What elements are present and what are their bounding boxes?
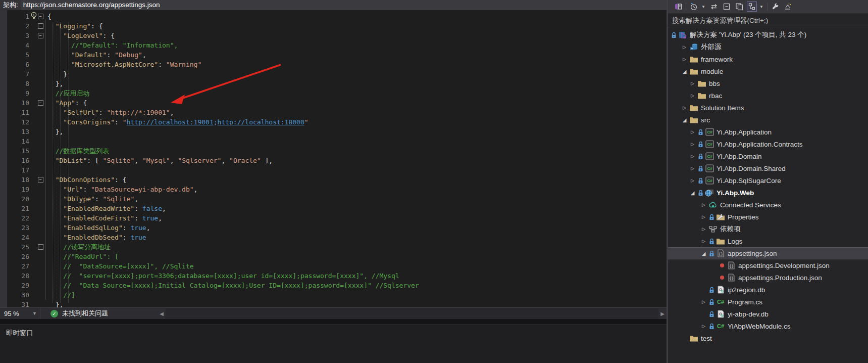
tree-item-logs[interactable]: ▷Logs [668, 235, 868, 247]
code-line-2[interactable]: 2− "Logging": { [0, 21, 667, 31]
code-line-19[interactable]: 19 "Url": "DataSource=yi-abp-dev.db", [0, 185, 667, 194]
code-line-10[interactable]: 10− "App": { [0, 98, 667, 108]
code-line-15[interactable]: 15 //数据库类型列表 [0, 146, 667, 156]
tree-item-appsettings-production-json[interactable]: {}appsettings.Production.json [668, 271, 868, 284]
tree-item-yi-abp-domain-shared[interactable]: ▷C#Yi.Abp.Domain.Shared [668, 162, 868, 174]
expand-arrow-icon[interactable]: ▷ [680, 105, 689, 110]
expand-arrow-icon[interactable]: ▷ [688, 166, 697, 171]
tree-item-module[interactable]: ◢module [668, 65, 868, 77]
properties-pages-icon[interactable] [734, 2, 744, 12]
expand-arrow-icon[interactable]: ▷ [699, 324, 708, 329]
tree-item-解决方案-yi-abp-23-个项目-共-23-个[interactable]: 解决方案 'Yi.Abp' (23 个项目, 共 23 个) [668, 29, 868, 41]
chevron-down-icon[interactable]: ▼ [701, 5, 706, 9]
expand-arrow-icon[interactable]: ▷ [688, 142, 697, 147]
immediate-window-panel[interactable]: 即时窗口 [0, 325, 667, 363]
sync-with-active-document-icon[interactable] [709, 2, 719, 12]
expand-arrow-icon[interactable]: ▷ [680, 57, 689, 62]
code-line-31[interactable]: 31 }, [0, 300, 667, 307]
fold-toggle[interactable]: − [33, 21, 47, 31]
code-line-13[interactable]: 13 }, [0, 127, 667, 137]
code-line-27[interactable]: 27 // "DataSource=[xxxx]", //Sqlite [0, 261, 667, 271]
preview-selected-items-icon[interactable] [783, 2, 793, 12]
tree-item-依赖项[interactable]: ▷依赖项 [668, 223, 868, 235]
code-line-30[interactable]: 30 //] [0, 290, 667, 300]
code-line-9[interactable]: 9 //应用启动 [0, 88, 667, 98]
collapse-all-icon[interactable] [722, 2, 732, 12]
scroll-left-icon[interactable]: ◀ [158, 311, 166, 316]
search-input[interactable] [668, 14, 868, 27]
collapse-arrow-icon[interactable]: ◢ [680, 117, 689, 123]
properties-wrench-icon[interactable] [770, 2, 780, 12]
expand-arrow-icon[interactable]: ▷ [680, 44, 689, 50]
code-line-23[interactable]: 23 "EnabledSqlLog": true, [0, 223, 667, 233]
tree-item-bbs[interactable]: ▷bbs [668, 77, 868, 89]
document-health-indicator[interactable]: ✓ 未找到相关问题 [40, 309, 158, 318]
code-line-25[interactable]: 25− //读写分离地址 [0, 242, 667, 252]
code-line-20[interactable]: 20 "DbType": "Sqlite", [0, 194, 667, 204]
code-line-3[interactable]: 3− "LogLevel": { [0, 31, 667, 40]
fold-collapse-box[interactable]: − [38, 23, 43, 29]
expand-arrow-icon[interactable]: ▷ [688, 178, 697, 183]
code-line-6[interactable]: 6 "Microsoft.AspNetCore": "Warning" [0, 60, 667, 69]
code-line-24[interactable]: 24 "EnabledDbSeed": true [0, 233, 667, 242]
expand-arrow-icon[interactable]: ▷ [688, 93, 697, 98]
tree-item-yi-abp-web[interactable]: ◢Yi.Abp.Web [668, 187, 868, 199]
code-line-1[interactable]: 1−{ [0, 12, 667, 21]
fold-toggle[interactable]: − [33, 98, 47, 108]
fold-toggle[interactable]: − [33, 175, 47, 185]
code-line-5[interactable]: 5 "Default": "Debug", [0, 50, 667, 60]
expand-arrow-icon[interactable]: ▷ [699, 202, 708, 207]
tree-item-ip2region-db[interactable]: ip2region.db [668, 284, 868, 296]
tree-item-yiabpwebmodule-cs[interactable]: ▷C#YiAbpWebModule.cs [668, 320, 868, 332]
history-filter-icon[interactable] [689, 2, 699, 12]
code-line-22[interactable]: 22 "EnabledCodeFirst": true, [0, 213, 667, 223]
scroll-right-icon[interactable]: ▶ [658, 311, 667, 316]
code-line-17[interactable]: 17 [0, 165, 667, 175]
tree-item-yi-abp-application-contracts[interactable]: ▷C#Yi.Abp.Application.Contracts [668, 138, 868, 150]
expand-arrow-icon[interactable]: ▷ [699, 214, 708, 219]
code-editor[interactable]: 1−{2− "Logging": {3− "LogLevel": {4 //"D… [0, 10, 667, 307]
expand-arrow-icon[interactable]: ▷ [688, 81, 697, 86]
schema-url-combo[interactable]: https://json.schemastore.org/appsettings… [21, 0, 667, 10]
tree-item-properties[interactable]: ▷Properties [668, 211, 868, 223]
code-line-18[interactable]: 18− "DbConnOptions": { [0, 175, 667, 185]
code-line-11[interactable]: 11 "SelfUrl": "http://*:19001", [0, 108, 667, 117]
code-line-26[interactable]: 26 //"ReadUrl": [ [0, 252, 667, 261]
code-line-21[interactable]: 21 "EnabledReadWrite": false, [0, 204, 667, 213]
fold-toggle[interactable]: − [33, 242, 47, 252]
expand-arrow-icon[interactable]: ▷ [699, 239, 708, 244]
quick-actions-lightbulb-icon[interactable] [29, 11, 38, 20]
fold-collapse-box[interactable]: − [38, 33, 43, 38]
code-line-28[interactable]: 28 // "server=[xxxx];port=3306;database=… [0, 271, 667, 281]
fold-collapse-box[interactable]: − [38, 100, 43, 106]
tree-item-yi-abp-sqlsugarcore[interactable]: ▷C#Yi.Abp.SqlSugarCore [668, 174, 868, 187]
code-line-12[interactable]: 12 "CorsOrigins": "http://localhost:1900… [0, 117, 667, 127]
tree-item-src[interactable]: ◢src [668, 114, 868, 126]
switch-views-icon[interactable] [673, 2, 683, 12]
tree-item-framework[interactable]: ▷framework [668, 53, 868, 65]
code-line-7[interactable]: 7 } [0, 69, 667, 79]
fold-collapse-box[interactable]: − [38, 244, 43, 250]
code-line-8[interactable]: 8 }, [0, 79, 667, 88]
tree-item-appsettings-development-json[interactable]: {}appsettings.Development.json [668, 259, 868, 271]
code-line-16[interactable]: 16 "DbList": [ "Sqlite", "Mysql", "Sqlse… [0, 156, 667, 165]
tree-item-yi-abp-domain[interactable]: ▷C#Yi.Abp.Domain [668, 150, 868, 162]
tree-item-外部源[interactable]: ▷外部源 [668, 41, 868, 53]
fold-toggle[interactable]: − [33, 31, 47, 40]
tree-item-test[interactable]: test [668, 332, 868, 344]
chevron-down-icon[interactable]: ▼ [759, 5, 764, 9]
tree-item-program-cs[interactable]: ▷C#Program.cs [668, 296, 868, 308]
collapse-arrow-icon[interactable]: ◢ [699, 251, 708, 256]
tree-item-yi-abp-dev-db[interactable]: yi-abp-dev.db [668, 308, 868, 320]
collapse-arrow-icon[interactable]: ◢ [688, 190, 697, 196]
tree-item-appsettings-json[interactable]: ◢{}appsettings.json [668, 247, 868, 259]
collapse-arrow-icon[interactable]: ◢ [680, 69, 689, 74]
tree-item-solution-items[interactable]: ▷Solution Items [668, 102, 868, 114]
fold-collapse-box[interactable]: − [38, 177, 43, 183]
panel-splitter[interactable] [0, 319, 667, 325]
tree-item-yi-abp-application[interactable]: ▷C#Yi.Abp.Application [668, 126, 868, 138]
show-all-files-icon[interactable] [747, 2, 757, 12]
code-line-29[interactable]: 29 // "Data Source=[xxxx];Initial Catalo… [0, 281, 667, 290]
code-line-4[interactable]: 4 //"Default": "Information", [0, 40, 667, 50]
tree-item-connected-services[interactable]: ▷Connected Services [668, 199, 868, 211]
